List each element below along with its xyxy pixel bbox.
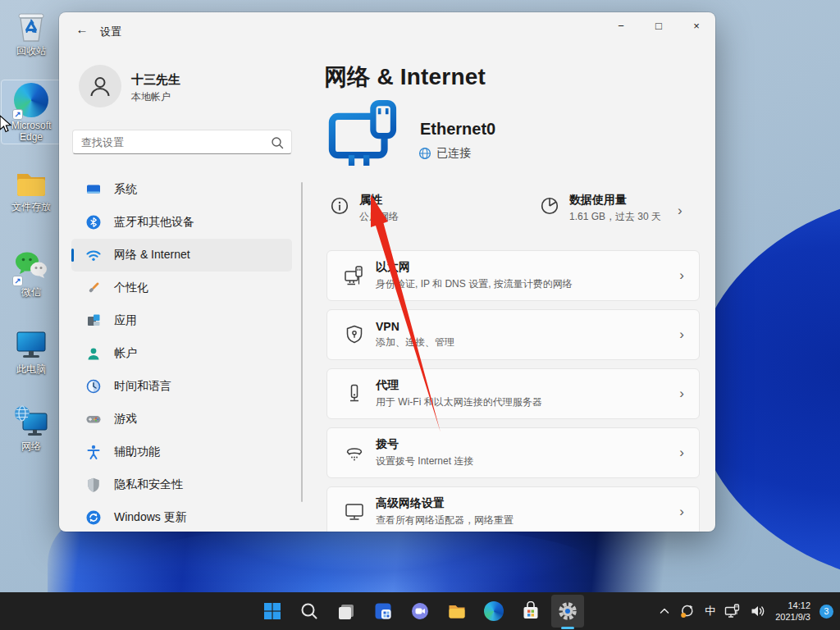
sidebar-item-accounts[interactable]: 帐户 xyxy=(71,337,292,370)
info-icon xyxy=(330,196,349,216)
user-name: 十三先生 xyxy=(131,72,180,88)
sidebar-item-privacy-security[interactable]: 隐私和安全性 xyxy=(71,468,292,501)
sidebar-item-apps[interactable]: 应用 xyxy=(71,304,292,337)
properties-tile[interactable]: 属性 公用网络 xyxy=(330,193,399,224)
card-dialup[interactable]: 拨号 设置拨号 Internet 连接 › xyxy=(326,427,700,478)
settings-search[interactable] xyxy=(72,130,292,154)
wallpaper-bloom-highlight xyxy=(131,525,591,599)
sidebar-item-time-language[interactable]: 时间和语言 xyxy=(71,370,292,403)
sidebar-item-label: 系统 xyxy=(114,182,137,197)
desktop-icon-label: Microsoft Edge xyxy=(2,121,61,144)
edge-button[interactable] xyxy=(477,595,510,628)
system-icon xyxy=(85,181,102,198)
card-subtitle: 查看所有网络适配器，网络重置 xyxy=(376,514,514,527)
tray-network-icon[interactable] xyxy=(724,604,741,619)
desktop-icon-microsoft-edge[interactable]: ↗ Microsoft Edge xyxy=(2,80,61,144)
sidebar-item-personalization[interactable]: 个性化 xyxy=(71,272,292,304)
start-button[interactable] xyxy=(256,595,289,628)
sidebar-item-bluetooth-devices[interactable]: 蓝牙和其他设备 xyxy=(71,206,292,239)
sidebar-item-windows-update[interactable]: Windows 更新 xyxy=(71,501,292,532)
nav-scrollbar[interactable] xyxy=(301,182,303,502)
task-view-icon xyxy=(336,601,356,621)
network-icon xyxy=(13,404,49,440)
card-subtitle: 身份验证, IP 和 DNS 设置, 按流量计费的网络 xyxy=(376,277,573,291)
selected-indicator xyxy=(71,249,74,262)
search-button[interactable] xyxy=(293,595,326,628)
desktop-icon-recycle-bin[interactable]: 回收站 xyxy=(2,7,61,57)
sidebar-item-label: 个性化 xyxy=(114,281,148,295)
card-title: 拨号 xyxy=(376,437,473,452)
card-vpn[interactable]: VPN 添加、连接、管理 › xyxy=(326,309,700,360)
file-explorer-icon xyxy=(447,601,467,621)
card-title: 代理 xyxy=(376,378,542,393)
card-title: 以太网 xyxy=(376,260,573,275)
taskbar-clock[interactable]: 14:12 2021/9/3 xyxy=(775,600,810,623)
chevron-right-icon: › xyxy=(679,386,684,402)
sidebar-item-label: 帐户 xyxy=(114,346,137,361)
desktop-icon-this-pc[interactable]: 此电脑 xyxy=(2,325,61,376)
tray-time: 14:12 xyxy=(775,600,810,611)
chevron-right-icon: › xyxy=(679,445,684,461)
maximize-button[interactable]: □ xyxy=(640,12,678,40)
desktop-icon-label: 网络 xyxy=(2,441,61,453)
properties-title: 属性 xyxy=(359,193,399,208)
card-advanced-network[interactable]: 高级网络设置 查看所有网络适配器，网络重置 › xyxy=(326,486,700,532)
card-subtitle: 用于 Wi-Fi 和以太网连接的代理服务器 xyxy=(376,395,542,409)
sidebar-item-label: 辅助功能 xyxy=(114,445,160,459)
bluetooth-icon xyxy=(85,214,102,231)
edge-icon: ↗ xyxy=(13,83,49,119)
edge-icon xyxy=(484,601,504,621)
clock-icon xyxy=(85,378,102,395)
apps-icon xyxy=(85,313,102,329)
microsoft-store-button[interactable] xyxy=(514,595,547,628)
update-pending-icon[interactable] xyxy=(679,603,696,619)
search-icon xyxy=(299,601,319,621)
sidebar-item-system[interactable]: 系统 xyxy=(71,173,292,206)
user-avatar[interactable] xyxy=(79,65,121,107)
desktop-icon-label: 文件存放 xyxy=(2,202,61,213)
wechat-icon: ↗ xyxy=(13,249,49,285)
system-tray: 中 14:12 2021/9/3 3 xyxy=(659,592,833,630)
sidebar-item-accessibility[interactable]: 辅助功能 xyxy=(71,436,292,468)
search-input[interactable] xyxy=(73,130,291,153)
ime-indicator[interactable]: 中 xyxy=(705,604,715,619)
tray-volume-icon[interactable] xyxy=(750,604,766,619)
gear-icon xyxy=(557,600,578,622)
data-usage-tile[interactable]: 数据使用量 1.61 GB，过去 30 天 xyxy=(540,193,661,224)
accounts-icon xyxy=(85,345,102,362)
task-view-button[interactable] xyxy=(330,595,363,628)
proxy-server-icon xyxy=(344,383,365,404)
sidebar-item-label: 蓝牙和其他设备 xyxy=(114,215,194,230)
desktop-icon-wechat[interactable]: ↗ 微信 xyxy=(2,248,61,299)
card-ethernet[interactable]: 以太网 身份验证, IP 和 DNS 设置, 按流量计费的网络 › xyxy=(326,250,700,301)
sidebar-item-network-internet[interactable]: 网络 & Internet xyxy=(71,239,292,272)
wifi-icon xyxy=(85,247,102,263)
this-pc-icon xyxy=(13,326,49,363)
dialup-phone-icon xyxy=(344,442,365,463)
chat-button[interactable] xyxy=(404,595,436,628)
minimize-button[interactable]: − xyxy=(602,12,640,40)
sidebar-item-gaming[interactable]: 游戏 xyxy=(71,403,292,436)
file-explorer-button[interactable] xyxy=(441,595,473,628)
widgets-button[interactable] xyxy=(367,595,399,628)
windows-update-icon xyxy=(85,509,102,526)
window-titlebar[interactable]: ← 设置 − □ × xyxy=(59,12,715,47)
quick-actions-row: 属性 公用网络 数据使用量 1.61 GB，过去 30 天 › xyxy=(330,193,701,235)
data-usage-title: 数据使用量 xyxy=(569,193,661,208)
accessibility-icon xyxy=(85,444,102,460)
recycle-bin-icon xyxy=(13,8,49,44)
folder-icon xyxy=(13,164,49,200)
back-button[interactable]: ← xyxy=(69,19,95,40)
tray-chevron-up-icon[interactable] xyxy=(659,605,670,617)
notification-count-badge[interactable]: 3 xyxy=(819,605,833,619)
chevron-right-icon: › xyxy=(679,504,684,520)
settings-button[interactable] xyxy=(551,595,584,628)
chat-camera-icon xyxy=(410,601,430,621)
desktop-icon-network[interactable]: 网络 xyxy=(2,402,61,453)
card-title: 高级网络设置 xyxy=(376,496,514,511)
close-button[interactable]: × xyxy=(678,12,715,40)
tray-date: 2021/9/3 xyxy=(775,611,810,623)
card-proxy[interactable]: 代理 用于 Wi-Fi 和以太网连接的代理服务器 › xyxy=(326,368,700,419)
desktop-icon-file-storage[interactable]: 文件存放 xyxy=(2,162,61,213)
gamepad-icon xyxy=(85,411,102,427)
